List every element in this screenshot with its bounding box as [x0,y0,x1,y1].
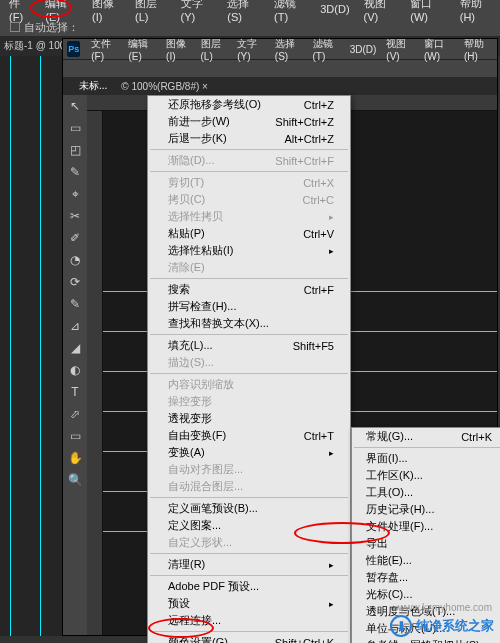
tool-button[interactable]: ⬀ [63,403,87,425]
inner-menubar[interactable]: Ps 文件(F)编辑(E)图像(I)图层(L)文字(Y)选择(S)滤镜(T)3D… [63,39,497,59]
menu-item[interactable]: 3D(D) [345,42,382,57]
menu-item-label: 拷贝(C) [168,192,205,207]
submenu-item-label: 性能(E)... [366,553,412,568]
menu-item[interactable]: 滤镜(T) [267,0,313,25]
submenu-item-label: 光标(C)... [366,587,412,602]
menu-item[interactable]: 视图(V) [357,0,404,25]
menu-item-I[interactable]: 选择性粘贴(I)▸ [148,242,350,259]
menu-separator [150,149,348,150]
submenu-item[interactable]: 历史记录(H)... [352,501,500,518]
submenu-item[interactable]: 常规(G)...Ctrl+K [352,428,500,445]
submenu-item[interactable]: 工作区(K)... [352,467,500,484]
submenu-item[interactable]: 工具(O)... [352,484,500,501]
tool-button[interactable]: ▭ [63,425,87,447]
menu-item[interactable]: 帮助(H) [453,0,500,25]
toolbox[interactable]: ↖▭◰✎⌖✂✐◔⟳✎⊿◢◐T⬀▭✋🔍 [63,95,87,635]
submenu-item-label: 暂存盘... [366,570,408,585]
menu-item-label: 填充(L)... [168,338,213,353]
submenu-item[interactable]: 参考线、网格和切片(S)... [352,637,500,643]
tool-button[interactable]: ⊿ [63,315,87,337]
edit-menu-dropdown[interactable]: 还原拖移参考线(O)Ctrl+Z前进一步(W)Shift+Ctrl+Z后退一步(… [147,95,351,643]
tool-button[interactable]: T [63,381,87,403]
menu-item-label: 搜索 [168,282,190,297]
menu-item-AdobePDF[interactable]: Adobe PDF 预设... [148,578,350,595]
menu-item[interactable]: 3D(D) [313,1,356,17]
menu-item-O[interactable]: 还原拖移参考线(O)Ctrl+Z [148,96,350,113]
menu-item-[interactable]: 透视变形 [148,410,350,427]
menu-item-A[interactable]: 变换(A)▸ [148,444,350,461]
menu-item[interactable]: 文字(Y) [174,0,221,25]
auto-select-checkbox[interactable] [10,22,20,32]
submenu-item[interactable]: 导出 [352,535,500,552]
menu-item-label: 变换(A) [168,445,205,460]
menu-item[interactable]: 窗口(W) [419,35,459,64]
menu-item-W[interactable]: 前进一步(W)Shift+Ctrl+Z [148,113,350,130]
menu-item[interactable]: 文件(F) [86,35,123,64]
menu-item[interactable]: 文字(Y) [232,35,270,64]
submenu-item[interactable]: 光标(C)... [352,586,500,603]
tool-button[interactable]: ✎ [63,161,87,183]
menu-item[interactable]: 编辑(E) [123,35,161,64]
menu-item-G[interactable]: 颜色设置(G)...Shift+Ctrl+K [148,634,350,643]
tool-button[interactable]: ◢ [63,337,87,359]
menu-item-B[interactable]: 定义画笔预设(B)... [148,500,350,517]
menu-item-R[interactable]: 清理(R)▸ [148,556,350,573]
inner-doc-tabs[interactable]: 未标...© 100%(RGB/8#) × [63,77,497,95]
tool-button[interactable]: ✂ [63,205,87,227]
menu-item-: 内容识别缩放 [148,376,350,393]
tool-button[interactable]: ◰ [63,139,87,161]
menu-item[interactable]: 选择(S) [270,35,308,64]
menu-item[interactable]: 选择(S) [220,0,267,25]
menu-item-F[interactable]: 自由变换(F)Ctrl+T [148,427,350,444]
menu-item-X[interactable]: 查找和替换文本(X)... [148,315,350,332]
tool-button[interactable]: ⟳ [63,271,87,293]
menu-item-S: 描边(S)... [148,354,350,371]
doc-tab[interactable]: © 100%(RGB/8#) × [121,81,208,92]
submenu-item[interactable]: 暂存盘... [352,569,500,586]
tool-button[interactable]: 🔍 [63,469,87,491]
ruler-vertical[interactable] [87,111,103,635]
tool-button[interactable]: ✐ [63,227,87,249]
menu-item[interactable]: 图层(L) [196,35,233,64]
shortcut-label: Ctrl+Z [304,99,334,111]
menu-item-[interactable]: 预设▸ [148,595,350,612]
tool-button[interactable]: ✋ [63,447,87,469]
menu-item-L[interactable]: 填充(L)...Shift+F5 [148,337,350,354]
menu-item[interactable]: 窗口(W) [403,0,452,25]
tool-button[interactable]: ✎ [63,293,87,315]
menu-item-: 选择性拷贝▸ [148,208,350,225]
menu-item-label: 自动对齐图层... [168,462,243,477]
menu-item[interactable]: 图像(I) [85,0,128,25]
tool-button[interactable]: ⌖ [63,183,87,205]
menu-item-label: 选择性拷贝 [168,209,223,224]
outer-menubar[interactable]: 件(F)编辑(E)图像(I)图层(L)文字(Y)选择(S)滤镜(T)3D(D)视… [0,0,500,18]
menu-item[interactable]: 图层(L) [128,0,174,25]
menu-item-[interactable]: 远程连接... [148,612,350,629]
menu-item-label: 查找和替换文本(X)... [168,316,269,331]
tool-button[interactable]: ↖ [63,95,87,117]
guide-vertical [40,56,41,636]
menu-item[interactable]: 视图(V) [381,35,419,64]
watermark-url: www.kzmyhome.com [398,602,492,613]
menu-separator [150,631,348,632]
doc-tab[interactable]: 未标... [79,79,107,93]
submenu-item[interactable]: 性能(E)... [352,552,500,569]
menu-item[interactable]: 帮助(H) [459,35,497,64]
menu-item-: 自动对齐图层... [148,461,350,478]
menu-item[interactable]: 滤镜(T) [308,35,345,64]
shortcut-label: Ctrl+V [303,228,334,240]
menu-item[interactable]: 图像(I) [161,35,195,64]
tool-button[interactable]: ◔ [63,249,87,271]
submenu-item[interactable]: 文件处理(F)... [352,518,500,535]
submenu-item[interactable]: 界面(I)... [352,450,500,467]
tool-button[interactable]: ▭ [63,117,87,139]
menu-item-H[interactable]: 拼写检查(H)... [148,298,350,315]
shortcut-label: Shift+Ctrl+Z [275,116,334,128]
menu-item-K[interactable]: 后退一步(K)Alt+Ctrl+Z [148,130,350,147]
tool-button[interactable]: ◐ [63,359,87,381]
menu-item-P[interactable]: 粘贴(P)Ctrl+V [148,225,350,242]
menu-item-label: 后退一步(K) [168,131,227,146]
menu-separator [150,575,348,576]
menu-item-[interactable]: 定义图案... [148,517,350,534]
menu-item-[interactable]: 搜索Ctrl+F [148,281,350,298]
